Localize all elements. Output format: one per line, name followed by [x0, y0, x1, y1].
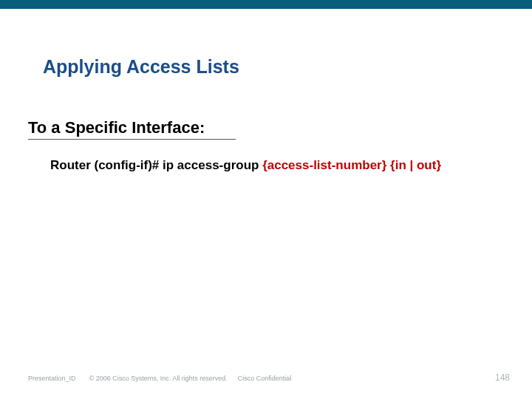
- command-prefix: Router (config-if)# ip access-group: [50, 158, 262, 172]
- subtitle-wrap: To a Specific Interface:: [28, 118, 504, 140]
- footer: Presentation_ID © 2006 Cisco Systems, In…: [28, 372, 510, 383]
- footer-page-number: 148: [495, 372, 510, 383]
- footer-confidential: Cisco Confidential: [238, 375, 292, 382]
- slide-title: Applying Access Lists: [43, 56, 239, 78]
- command-arg-direction: {in | out}: [390, 158, 441, 172]
- footer-copyright: © 2006 Cisco Systems, Inc. All rights re…: [89, 375, 228, 382]
- footer-presentation-id: Presentation_ID: [28, 375, 76, 382]
- command-arg-acl-number: {access-list-number}: [262, 158, 386, 172]
- slide: Applying Access Lists To a Specific Inte…: [0, 0, 532, 399]
- subtitle: To a Specific Interface:: [28, 118, 236, 140]
- top-bar: [0, 0, 532, 9]
- command-line: Router (config-if)# ip access-group {acc…: [50, 157, 495, 174]
